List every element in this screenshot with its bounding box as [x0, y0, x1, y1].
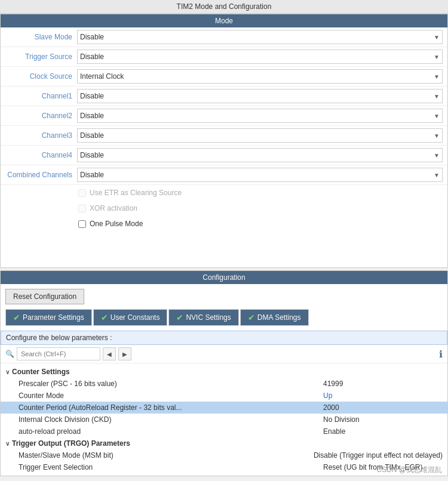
tree-group-header[interactable]: ∨Counter Settings [1, 366, 447, 378]
tree-row-label: Prescaler (PSC - 16 bits value) [19, 380, 323, 388]
checkbox-input [78, 189, 86, 197]
nav-prev-button[interactable]: ◀ [103, 347, 116, 360]
chevron-down-icon: ▼ [434, 113, 440, 119]
mode-field-value: Disable [80, 33, 104, 41]
mode-field-row: Channel1Disable▼ [1, 87, 447, 106]
mode-field-value: Disable [80, 151, 104, 159]
mode-field-row: Trigger SourceDisable▼ [1, 47, 447, 67]
tree-row-label: Counter Mode [19, 391, 323, 400]
tab-check-icon: ✔ [176, 313, 183, 322]
tab-check-icon: ✔ [13, 313, 20, 322]
mode-field-select[interactable]: Disable▼ [77, 148, 443, 162]
mode-field-row: Clock SourceInternal Clock▼ [1, 67, 447, 87]
mode-field-row: Slave ModeDisable▼ [1, 27, 447, 47]
mode-field-label: Channel1 [5, 92, 77, 100]
nav-next-button[interactable]: ▶ [118, 347, 131, 360]
tab-check-icon: ✔ [248, 313, 255, 322]
tab-label: Parameter Settings [23, 313, 84, 322]
mode-field-label: Trigger Source [5, 53, 77, 61]
mode-field-row: Channel4Disable▼ [1, 146, 447, 165]
tree-row[interactable]: auto-reload preloadEnable [1, 426, 447, 437]
tree-row-label: Trigger Event Selection [19, 463, 323, 471]
tab-label: NVIC Settings [186, 313, 231, 322]
info-icon[interactable]: ℹ [439, 349, 443, 360]
mode-field-select[interactable]: Disable▼ [77, 109, 443, 123]
tree-group-name: Counter Settings [12, 368, 70, 376]
config-tab[interactable]: ✔DMA Settings [240, 309, 309, 326]
mode-field-label: Channel3 [5, 131, 77, 140]
tree-group-name: Trigger Output (TRGO) Parameters [12, 439, 130, 448]
mode-field-select[interactable]: Disable▼ [77, 50, 443, 64]
checkbox-row: Use ETR as Clearing Source [1, 185, 447, 201]
mode-field-value: Disable [80, 92, 104, 100]
tree-row-value: 41999 [323, 380, 443, 388]
tree-group-header[interactable]: ∨Trigger Output (TRGO) Parameters [1, 437, 447, 449]
checkbox-row: One Pulse Mode [1, 216, 447, 232]
tab-label: DMA Settings [257, 313, 301, 322]
checkbox-row: XOR activation [1, 201, 447, 216]
mode-field-row: Combined ChannelsDisable▼ [1, 165, 447, 185]
chevron-down-icon: ▼ [434, 132, 440, 139]
mode-field-value: Internal Clock [80, 72, 124, 81]
mode-field-value: Disable [80, 171, 104, 179]
mode-field-value: Disable [80, 131, 104, 140]
tree-row-label: Counter Period (AutoReload Register - 32… [19, 403, 323, 412]
checkbox-label: Use ETR as Clearing Source [90, 189, 182, 197]
tree-row-value: 2000 [323, 403, 443, 412]
chevron-down-icon: ▼ [434, 93, 440, 100]
mode-field-select[interactable]: Disable▼ [77, 128, 443, 143]
mode-field-label: Clock Source [5, 72, 77, 81]
mode-field-select[interactable]: Internal Clock▼ [77, 69, 443, 84]
config-tab[interactable]: ✔Parameter Settings [5, 309, 92, 326]
window-title: TIM2 Mode and Configuration [0, 0, 448, 14]
config-section: Configuration Reset Configuration ✔Param… [0, 270, 448, 476]
tree-row[interactable]: Internal Clock Division (CKD)No Division [1, 414, 447, 426]
tab-check-icon: ✔ [101, 313, 108, 322]
tree-row[interactable]: Prescaler (PSC - 16 bits value)41999 [1, 378, 447, 390]
reset-config-button[interactable]: Reset Configuration [5, 289, 84, 304]
chevron-down-icon: ▼ [434, 34, 440, 41]
mode-field-label: Channel4 [5, 151, 77, 159]
mode-field-label: Combined Channels [5, 171, 77, 179]
tree-row[interactable]: Counter ModeUp [1, 390, 447, 402]
tree-row-label: auto-reload preload [19, 427, 323, 436]
tree-row-label: Internal Clock Division (CKD) [19, 415, 323, 424]
checkbox-input [78, 205, 86, 212]
mode-field-row: Channel2Disable▼ [1, 106, 447, 126]
chevron-down-icon: ▼ [434, 73, 440, 80]
mode-field-value: Disable [80, 53, 104, 61]
tree-row-value: Up [323, 391, 443, 400]
tree-row-value: Enable [323, 427, 443, 436]
search-icon: 🔍 [5, 350, 14, 358]
mode-section: Mode Slave ModeDisable▼Trigger SourceDis… [0, 14, 448, 268]
tree-row-label: Master/Slave Mode (MSM bit) [19, 451, 314, 460]
config-tab[interactable]: ✔NVIC Settings [168, 309, 238, 326]
mode-spacer [1, 232, 447, 267]
tab-label: User Constants [111, 313, 160, 322]
search-input[interactable] [17, 347, 100, 360]
search-row: 🔍 ◀ ▶ ℹ [1, 345, 447, 363]
mode-field-label: Channel2 [5, 112, 77, 120]
tree-row[interactable]: Counter Period (AutoReload Register - 32… [1, 402, 447, 414]
tree-row-value: Disable (Trigger input effect not delaye… [314, 451, 443, 460]
mode-field-row: Channel3Disable▼ [1, 126, 447, 146]
mode-header: Mode [1, 14, 447, 27]
tree-row-value: No Division [323, 415, 443, 424]
checkbox-input[interactable] [78, 220, 86, 228]
chevron-down-icon: ▼ [434, 152, 440, 159]
mode-field-select[interactable]: Disable▼ [77, 89, 443, 103]
mode-field-value: Disable [80, 112, 104, 120]
chevron-down-icon: ∨ [5, 440, 10, 447]
mode-field-select[interactable]: Disable▼ [77, 168, 443, 182]
checkbox-label: One Pulse Mode [90, 220, 143, 228]
chevron-down-icon: ▼ [434, 54, 440, 60]
chevron-down-icon: ▼ [434, 172, 440, 178]
config-tab[interactable]: ✔User Constants [93, 309, 168, 326]
mode-field-select[interactable]: Disable▼ [77, 30, 443, 44]
checkbox-label: XOR activation [90, 204, 137, 212]
config-header: Configuration [1, 271, 447, 284]
tabs-row: ✔Parameter Settings✔User Constants✔NVIC … [1, 309, 447, 331]
tree-row[interactable]: Master/Slave Mode (MSM bit)Disable (Trig… [1, 449, 447, 461]
watermark: CSDN @我思维混乱 [376, 465, 442, 475]
params-tree: ∨Counter SettingsPrescaler (PSC - 16 bit… [1, 363, 447, 476]
